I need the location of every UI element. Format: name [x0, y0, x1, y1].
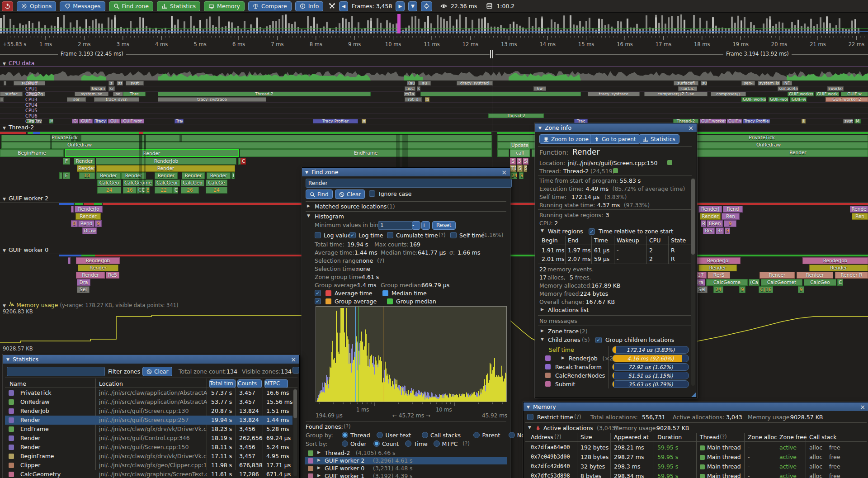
timeline-zone[interactable] [497, 149, 509, 157]
statistics-titlebar[interactable]: ▼ Statistics × [3, 355, 299, 364]
alloc-callstack-alloc[interactable]: alloc [809, 454, 822, 460]
find-zone-titlebar[interactable]: ▼ Find zone × [302, 168, 510, 176]
timeline-zone[interactable]: Render [78, 265, 118, 271]
running-state-strip[interactable] [139, 132, 143, 134]
clear-filter-button[interactable]: Clear [142, 367, 172, 376]
statistics-row[interactable]: Clipperjni/../jni/src/claw/gfx/geo/Clipp… [5, 461, 292, 470]
timeline-zone[interactable]: Rende [850, 206, 868, 213]
alloc-address[interactable]: 0x7dfc53d898 [531, 473, 570, 478]
expand-icon[interactable]: ▶ [317, 473, 321, 478]
cpu-zone[interactable]: syst [843, 119, 853, 123]
ignore-case-checkbox[interactable] [369, 190, 375, 197]
histogram-plot[interactable] [316, 306, 507, 402]
timeline-zone[interactable]: Update [510, 142, 530, 149]
timeline-zone[interactable]: Render R [835, 272, 868, 279]
cpu-zone[interactable]: GUIF-w [790, 97, 807, 102]
running-state-strip[interactable] [75, 203, 83, 205]
cpu-zone[interactable]: a [425, 97, 429, 102]
timeline-zone[interactable]: R: [716, 227, 724, 234]
messages-button[interactable]: Messages [60, 1, 105, 11]
statistics-row[interactable]: Renderjni/../jni/src/guif/Screen.cpp:150… [5, 443, 292, 452]
statistics-row[interactable]: EndFramejni/../jni/src/claw/gfx/drv/vk/D… [5, 425, 292, 434]
group-by-radio[interactable] [342, 432, 348, 438]
zone-info-titlebar[interactable]: ▼ Zone info × [535, 123, 697, 132]
cpu-zone[interactable] [4, 81, 6, 85]
frame-label-right[interactable]: Frame 3,194 (13.92 ms) [723, 51, 792, 57]
collapse-icon[interactable]: ▼ [527, 405, 530, 409]
timeline-zone[interactable]: 22 [155, 187, 173, 194]
statistics-scroll-thumb[interactable] [293, 389, 297, 418]
timeline-zone[interactable]: Ren [722, 213, 740, 220]
timeline-zone[interactable]: Sel [77, 286, 90, 293]
alloc-address[interactable]: 0x7dfc42d640 [531, 463, 570, 469]
running-state-strip[interactable] [0, 132, 26, 134]
collapse-icon[interactable]: ▼ [3, 248, 6, 253]
cpu-zone[interactable]: Thread-2 [488, 114, 544, 118]
timeline-zone[interactable]: RenderJo [75, 206, 103, 213]
statistics-row[interactable]: Renderjni/../jni/src/guif/Screen.cpp:257… [5, 416, 292, 425]
alloc-callstack-alloc[interactable]: alloc [809, 473, 822, 478]
cpu-zone[interactable]: GUIF worker 0 [741, 97, 766, 102]
cpu-zone[interactable]: syst [126, 81, 144, 85]
timeline-zone[interactable]: CalcGeor [155, 180, 180, 186]
current-frame-marker[interactable] [397, 14, 401, 33]
running-state-strip[interactable] [696, 255, 868, 256]
timeline-zone[interactable]: EndFrame [240, 149, 492, 157]
timeline-zone[interactable]: Rend [78, 220, 94, 227]
timeline-zone[interactable]: 9 [798, 286, 804, 293]
timeline-zone[interactable]: 24 [97, 187, 121, 194]
timeline-zone[interactable]: C [241, 158, 246, 165]
close-icon[interactable]: × [860, 404, 865, 410]
option-checkbox[interactable] [387, 232, 393, 238]
found-zone-row[interactable]: ▶GUIF worker 0(3,231) 4.48 s [305, 464, 507, 472]
cpu-zone[interactable]: sen- [741, 81, 755, 85]
timeline-zone[interactable]: T1 [510, 165, 516, 172]
cpu-zone[interactable]: se [113, 92, 123, 96]
running-state-strip[interactable] [59, 203, 74, 205]
cpu-zone[interactable]: GUIF worker 0 [788, 92, 814, 96]
timeline-zone[interactable]: CalcGeo [97, 180, 121, 186]
compare-button[interactable]: Compare [248, 1, 292, 11]
close-icon[interactable]: × [501, 169, 507, 175]
timeline-zone[interactable]: 9 [95, 220, 102, 227]
memory-button[interactable]: Memory [204, 1, 245, 11]
cpu-zone[interactable]: rot_d [405, 97, 422, 102]
group-by-radio[interactable] [422, 432, 428, 438]
timeline-zone[interactable]: CalcGeo [181, 180, 204, 186]
timeline-zone[interactable]: Render [155, 172, 178, 179]
statistics-row[interactable]: Renderjni/../jni/src/guif/Control.cpp:34… [5, 434, 292, 443]
cpu-data-header[interactable]: ▼CPU data [3, 60, 34, 66]
running-state-strip[interactable] [696, 203, 868, 205]
sort-by-radio[interactable] [342, 440, 348, 447]
timeline-zone[interactable]: Rer [703, 227, 715, 234]
statistics-row[interactable]: RenderJobjni/../jni/src/guif/Screen.cpp:… [5, 407, 292, 416]
frame-down-button[interactable]: ▼ [408, 1, 417, 11]
timeline-zone[interactable]: Sel [696, 286, 708, 293]
option-checkbox[interactable] [315, 232, 321, 238]
memory-usage-header[interactable]: ▼ Memory usage (y-range: 178.27 KB, visi… [3, 301, 179, 308]
timeline-zone[interactable]: Render [96, 165, 235, 172]
expand-icon[interactable]: ▶ [317, 465, 321, 470]
zone-info-scroll-thumb[interactable] [691, 179, 695, 255]
running-state-strip[interactable] [59, 255, 81, 256]
found-zone-row[interactable]: ▶GUIF worker 2(3,296) 4.61 s [305, 457, 507, 464]
power-button[interactable] [2, 1, 13, 11]
resize-grip[interactable] [691, 392, 696, 397]
reset-button[interactable]: Reset [432, 221, 456, 230]
thread-header[interactable]: ▼GUIF worker 0 [3, 246, 48, 253]
collapse-icon[interactable]: ▼ [307, 213, 310, 218]
cpu-zone[interactable]: a [362, 119, 366, 123]
alloc-callstack-alloc[interactable]: alloc [809, 444, 822, 451]
expand-icon[interactable]: ▶ [307, 204, 310, 208]
timeline-zone[interactable]: 9 [519, 172, 524, 179]
alloc-appeared[interactable]: 298.34 ms [614, 473, 644, 478]
timeline-zone[interactable]: 18 [79, 172, 95, 179]
cpu-zone[interactable]: system_se [75, 92, 108, 96]
filter-input[interactable] [7, 367, 105, 376]
cpu-zone[interactable]: ss [117, 81, 123, 85]
cpu-zone[interactable]: GUIF-work [769, 97, 788, 102]
alloc-callstack-free[interactable]: free [829, 444, 840, 451]
child-time-bar[interactable]: 4.16 ms (92.60%) [612, 355, 689, 362]
frames-overview-strip[interactable] [0, 13, 868, 34]
alloc-callstack-free[interactable]: free [829, 463, 840, 470]
